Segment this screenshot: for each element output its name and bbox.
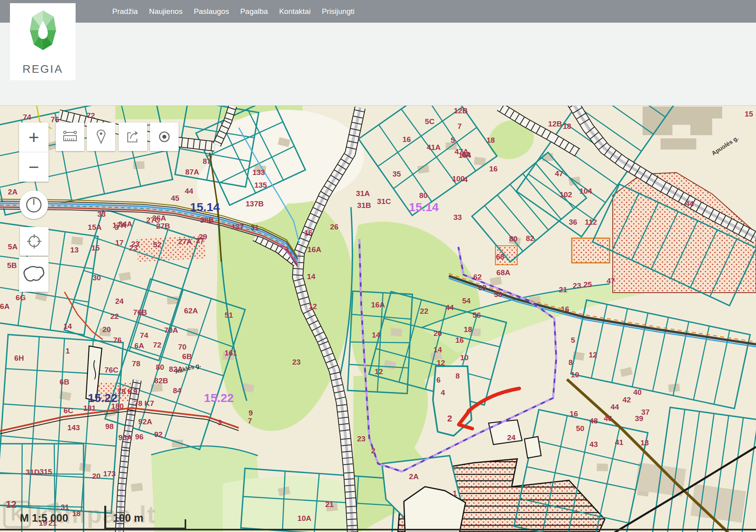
brand-text: REGIA	[10, 63, 76, 76]
logo-block[interactable]: REGIA	[10, 3, 76, 80]
nav-item[interactable]: Pagalba	[240, 7, 268, 16]
nav-item[interactable]: Pradžia	[112, 7, 138, 16]
map-pin-icon	[94, 129, 108, 145]
measure-button[interactable]	[56, 122, 84, 151]
lithuania-outline-icon	[21, 264, 46, 284]
page: PradžiaNaujienosPaslaugosPagalbaKontakta…	[0, 0, 756, 532]
map-graphics	[0, 106, 756, 532]
zoom-in-button[interactable]: +	[19, 122, 49, 152]
share-button[interactable]	[119, 122, 147, 151]
map-canvas[interactable]: 747672708787A133135137B13731444527C27B29…	[0, 105, 756, 532]
nav-item[interactable]: Prisijungti	[322, 7, 355, 16]
map-scale-label: M 1:5 000	[20, 512, 68, 524]
scalebar-distance-label: 100 m	[113, 512, 144, 524]
gps-position-button[interactable]	[20, 227, 49, 256]
regia-gem-icon	[10, 3, 76, 63]
clock-icon	[25, 196, 43, 214]
country-extent-button[interactable]	[19, 257, 49, 292]
nav-item[interactable]: Paslaugos	[194, 7, 229, 16]
target-dot-icon	[156, 129, 172, 145]
zoom-out-button[interactable]: −	[19, 152, 49, 182]
scalebar-line	[104, 528, 186, 529]
zoom-panel: + −	[19, 122, 49, 182]
crosshair-icon	[25, 233, 43, 250]
nav-item[interactable]: Naujienos	[149, 7, 183, 16]
scalebar-tick	[185, 519, 186, 529]
marker-button[interactable]	[87, 122, 115, 151]
export-arrow-icon	[125, 129, 141, 145]
scalebar-tick	[104, 506, 106, 530]
nav-item[interactable]: Kontaktai	[279, 7, 310, 16]
main-nav: PradžiaNaujienosPaslaugosPagalbaKontakta…	[112, 0, 355, 23]
top-navigation-bar: PradžiaNaujienosPaslaugosPagalbaKontakta…	[0, 0, 756, 23]
history-button[interactable]	[19, 190, 48, 219]
ruler-icon	[62, 129, 78, 145]
locate-button[interactable]	[150, 122, 179, 151]
